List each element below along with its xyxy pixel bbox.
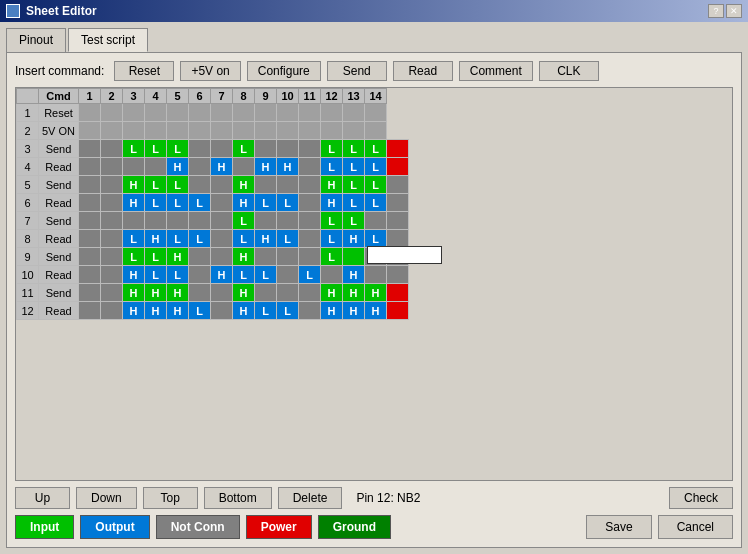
row-num: 9 bbox=[17, 248, 39, 266]
title-bar: Sheet Editor ? ✕ bbox=[0, 0, 748, 22]
bottom-button[interactable]: Bottom bbox=[204, 487, 272, 509]
pin-label: Pin 12: NB2 bbox=[356, 491, 420, 505]
cancel-button[interactable]: Cancel bbox=[658, 515, 733, 539]
cmd-cell: Read bbox=[39, 230, 79, 248]
tab-content: Insert command: Reset +5V on Configure S… bbox=[6, 52, 742, 548]
header-col2: 2 bbox=[101, 89, 123, 104]
bottom-nav: Up Down Top Bottom Delete Pin 12: NB2 Ch… bbox=[15, 487, 733, 509]
table-row[interactable]: 10 Read H L L H L L L H bbox=[17, 266, 409, 284]
cmd-cell: Send bbox=[39, 284, 79, 302]
header-col12: 12 bbox=[321, 89, 343, 104]
legend-input: Input bbox=[15, 515, 74, 539]
row-num: 8 bbox=[17, 230, 39, 248]
legend-ground: Ground bbox=[318, 515, 391, 539]
table-row[interactable]: 1 Reset bbox=[17, 104, 409, 122]
5von-button[interactable]: +5V on bbox=[180, 61, 240, 81]
save-button[interactable]: Save bbox=[586, 515, 651, 539]
window-title: Sheet Editor bbox=[26, 4, 97, 18]
row-num: 6 bbox=[17, 194, 39, 212]
table-row[interactable]: 8 Read L H L L L H L L H bbox=[17, 230, 409, 248]
check-button[interactable]: Check bbox=[669, 487, 733, 509]
cmd-cell: Read bbox=[39, 194, 79, 212]
header-cmd: Cmd bbox=[39, 89, 79, 104]
cmd-cell: Send bbox=[39, 212, 79, 230]
clk-button[interactable]: CLK bbox=[539, 61, 599, 81]
reset-button[interactable]: Reset bbox=[114, 61, 174, 81]
up-button[interactable]: Up bbox=[15, 487, 70, 509]
table-row[interactable]: 7 Send L L L bbox=[17, 212, 409, 230]
table-row[interactable]: 11 Send H H H H H H bbox=[17, 284, 409, 302]
header-col1: 1 bbox=[79, 89, 101, 104]
tooltip-cell: Pin 12: NB2 bbox=[343, 248, 365, 266]
header-col7: 7 bbox=[211, 89, 233, 104]
comment-button[interactable]: Comment bbox=[459, 61, 533, 81]
cmd-cell: Read bbox=[39, 158, 79, 176]
cmd-cell: Reset bbox=[39, 104, 79, 122]
configure-button[interactable]: Configure bbox=[247, 61, 321, 81]
header-col8: 8 bbox=[233, 89, 255, 104]
row-num: 2 bbox=[17, 122, 39, 140]
table-row[interactable]: 5 Send H L L H H L bbox=[17, 176, 409, 194]
command-table: Cmd 1 2 3 4 5 6 7 8 9 10 11 12 13 bbox=[16, 88, 409, 320]
insert-command-row: Insert command: Reset +5V on Configure S… bbox=[15, 61, 733, 81]
delete-button[interactable]: Delete bbox=[278, 487, 343, 509]
table-row[interactable]: 6 Read H L L L H L L H L bbox=[17, 194, 409, 212]
cmd-cell: Read bbox=[39, 266, 79, 284]
row-num: 1 bbox=[17, 104, 39, 122]
header-col13: 13 bbox=[343, 89, 365, 104]
table-row[interactable]: 3 Send L L L L L L bbox=[17, 140, 409, 158]
cmd-cell: Send bbox=[39, 176, 79, 194]
row-num: 5 bbox=[17, 176, 39, 194]
top-button[interactable]: Top bbox=[143, 487, 198, 509]
table-row[interactable]: 4 Read H H H H L L bbox=[17, 158, 409, 176]
down-button[interactable]: Down bbox=[76, 487, 137, 509]
cmd-cell: Read bbox=[39, 302, 79, 320]
row-num: 10 bbox=[17, 266, 39, 284]
tab-bar: Pinout Test script bbox=[6, 28, 742, 52]
row-num: 12 bbox=[17, 302, 39, 320]
cmd-cell: Send bbox=[39, 248, 79, 266]
data-grid[interactable]: Cmd 1 2 3 4 5 6 7 8 9 10 11 12 13 bbox=[15, 87, 733, 481]
header-col6: 6 bbox=[189, 89, 211, 104]
legend-output: Output bbox=[80, 515, 149, 539]
tab-test-script[interactable]: Test script bbox=[68, 28, 148, 52]
save-cancel: Save Cancel bbox=[586, 515, 733, 539]
tooltip-box: Pin 12: NB2 bbox=[367, 246, 442, 264]
row-num: 4 bbox=[17, 158, 39, 176]
row-num: 7 bbox=[17, 212, 39, 230]
cmd-cell: 5V ON bbox=[39, 122, 79, 140]
help-button[interactable]: ? bbox=[708, 4, 724, 18]
row-num: 3 bbox=[17, 140, 39, 158]
header-col3: 3 bbox=[123, 89, 145, 104]
read-button[interactable]: Read bbox=[393, 61, 453, 81]
table-row[interactable]: 2 5V ON bbox=[17, 122, 409, 140]
insert-label: Insert command: bbox=[15, 64, 104, 78]
legend-save-row: Input Output Not Conn Power Ground Save … bbox=[15, 515, 733, 539]
table-row[interactable]: 9 Send L L H H L bbox=[17, 248, 409, 266]
legend-power: Power bbox=[246, 515, 312, 539]
cmd-cell: Send bbox=[39, 140, 79, 158]
legend-not-conn: Not Conn bbox=[156, 515, 240, 539]
header-col5: 5 bbox=[167, 89, 189, 104]
header-rownum bbox=[17, 89, 39, 104]
header-col9: 9 bbox=[255, 89, 277, 104]
header-col4: 4 bbox=[145, 89, 167, 104]
legend-row: Input Output Not Conn Power Ground bbox=[15, 515, 391, 539]
table-row[interactable]: 12 Read H H H L H L L H H bbox=[17, 302, 409, 320]
window-icon bbox=[6, 4, 20, 18]
header-col11: 11 bbox=[299, 89, 321, 104]
header-col10: 10 bbox=[277, 89, 299, 104]
send-button[interactable]: Send bbox=[327, 61, 387, 81]
window-body: Pinout Test script Insert command: Reset… bbox=[0, 22, 748, 554]
header-col14: 14 bbox=[365, 89, 387, 104]
row-num: 11 bbox=[17, 284, 39, 302]
close-button[interactable]: ✕ bbox=[726, 4, 742, 18]
tab-pinout[interactable]: Pinout bbox=[6, 28, 66, 52]
